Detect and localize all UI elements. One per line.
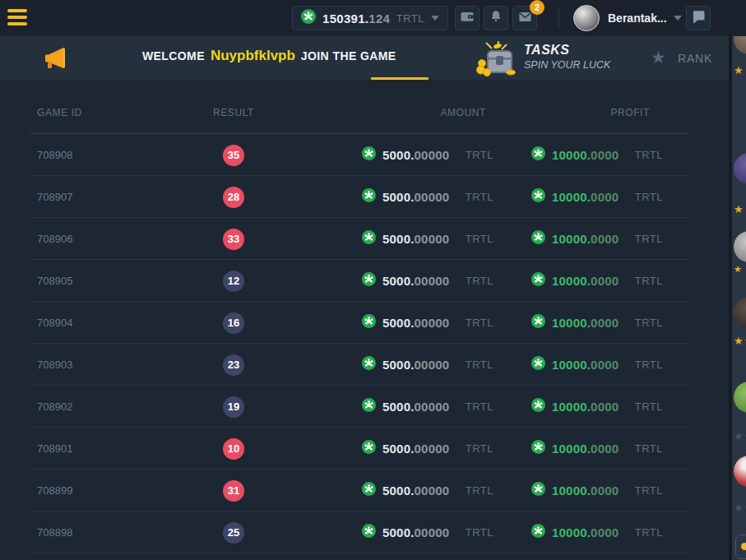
game-id-cell: 708905	[37, 275, 202, 287]
result-badge: 23	[223, 354, 244, 376]
coin-icon	[531, 482, 545, 499]
tasks-subtitle: SPIN YOUR LUCK	[524, 59, 610, 71]
coin-icon	[531, 146, 545, 164]
coin-icon	[531, 524, 545, 541]
table-row[interactable]: 708902 19 5000.00000 TRTL	[0, 386, 729, 428]
header-game-id: GAME ID	[37, 107, 202, 118]
coin-icon	[301, 9, 316, 27]
chat-avatar	[734, 456, 746, 487]
coin-icon	[362, 482, 376, 499]
table-row[interactable]: 708901 10 5000.00000 TRTL	[0, 428, 729, 470]
profit-value: 10000.0000	[552, 400, 619, 414]
amount-value: 5000.00000	[382, 190, 449, 204]
header-amount: AMOUNT	[362, 107, 493, 118]
rank-star-icon[interactable]: ★	[651, 48, 666, 67]
table-row[interactable]: 708906 33 5000.00000 TRTL	[0, 218, 729, 260]
game-id-cell: 708907	[37, 191, 202, 203]
game-id-cell: 708906	[37, 233, 202, 245]
wallet-button[interactable]	[455, 6, 480, 30]
username-label[interactable]: Berantak...	[608, 12, 667, 25]
user-avatar[interactable]	[573, 5, 600, 31]
bets-table-body: 708908 35 5000.00000 TRTL	[0, 134, 729, 553]
chat-sidebar-edge[interactable]	[732, 36, 746, 560]
topbar-divider	[558, 7, 559, 29]
result-badge: 10	[223, 438, 244, 460]
profit-value: 10000.0000	[552, 358, 619, 372]
welcome-username: Nuypbfklvpb	[211, 48, 295, 64]
amount-currency: TRTL	[466, 191, 493, 203]
welcome-suffix: JOIN THE GAME	[301, 49, 396, 62]
chat-rank-star-icon	[734, 65, 744, 76]
chat-avatar	[734, 297, 746, 328]
profit-currency: TRTL	[635, 526, 663, 539]
chat-input-edge[interactable]	[735, 535, 746, 559]
welcome-banner: WELCOME Nuypbfklvpb JOIN THE GAME	[0, 36, 729, 80]
profit-currency: TRTL	[635, 484, 663, 497]
amount-currency: TRTL	[466, 442, 493, 455]
profit-currency: TRTL	[635, 149, 663, 161]
table-row[interactable]: 708904 16 5000.00000 TRTL	[0, 302, 729, 344]
balance-selector[interactable]: 150391.124 TRTL	[292, 6, 448, 30]
table-row[interactable]: 708907 28 5000.00000 TRTL	[0, 176, 729, 218]
chest-icon[interactable]	[475, 40, 517, 80]
table-row[interactable]: 708903 23 5000.00000 TRTL	[0, 344, 729, 386]
chat-rank-star-icon	[734, 502, 746, 513]
app-window: 150391.124 TRTL	[0, 0, 746, 560]
profit-currency: TRTL	[635, 275, 663, 287]
result-badge: 28	[223, 187, 244, 208]
chat-toggle-button[interactable]	[686, 6, 711, 30]
profit-value: 10000.0000	[552, 484, 619, 498]
amount-value: 5000.00000	[382, 400, 449, 414]
amount-currency: TRTL	[466, 526, 493, 539]
amount-value: 5000.00000	[382, 274, 449, 288]
tasks-link[interactable]: TASKS SPIN YOUR LUCK	[524, 43, 610, 71]
table-row[interactable]: 708898 25 5000.00000 TRTL	[0, 511, 729, 553]
balance-currency: TRTL	[396, 12, 424, 25]
coin-icon	[362, 146, 376, 164]
result-badge: 33	[223, 229, 244, 250]
coin-icon	[362, 272, 376, 289]
coin-icon	[531, 440, 545, 457]
coin-icon	[362, 314, 376, 331]
profit-currency: TRTL	[635, 400, 663, 413]
amount-value: 5000.00000	[382, 525, 449, 539]
balance-amount: 150391.124	[322, 12, 390, 25]
amount-value: 5000.00000	[382, 148, 449, 162]
amount-value: 5000.00000	[382, 316, 449, 330]
coin-icon	[531, 272, 545, 289]
amount-currency: TRTL	[466, 149, 493, 161]
chevron-down-icon	[431, 16, 439, 21]
table-header-row: GAME ID RESULT AMOUNT PROFIT	[0, 80, 729, 134]
profit-value: 10000.0000	[552, 148, 619, 162]
game-id-cell: 708901	[37, 442, 202, 455]
rank-link[interactable]: RANK	[678, 52, 712, 65]
chat-icon	[691, 9, 706, 27]
header-profit: PROFIT	[531, 107, 663, 118]
coin-icon	[362, 356, 376, 373]
header-result: RESULT	[202, 107, 266, 118]
chat-rank-star-icon	[734, 264, 742, 275]
game-id-cell: 708898	[37, 526, 202, 539]
bets-history-table: GAME ID RESULT AMOUNT PROFIT 708908 35	[0, 80, 729, 553]
coin-icon	[531, 398, 545, 415]
coin-icon	[531, 230, 545, 248]
table-row[interactable]: 708899 31 5000.00000 TRTL	[0, 470, 729, 511]
welcome-prefix: WELCOME	[142, 49, 205, 62]
table-row[interactable]: 708908 35 5000.00000 TRTL	[0, 134, 729, 176]
table-row[interactable]: 708905 12 5000.00000 TRTL	[0, 260, 729, 302]
result-badge: 25	[223, 522, 244, 544]
game-id-cell: 708902	[37, 400, 202, 413]
profit-value: 10000.0000	[552, 274, 619, 288]
menu-icon[interactable]	[7, 9, 29, 27]
amount-value: 5000.00000	[382, 358, 449, 372]
notifications-button[interactable]	[484, 6, 508, 30]
result-badge: 31	[223, 480, 244, 502]
game-id-cell: 708904	[37, 317, 202, 329]
result-badge: 16	[223, 312, 244, 334]
coin-icon	[531, 188, 545, 206]
chat-rank-star-icon	[734, 431, 746, 442]
chat-avatar	[734, 153, 746, 184]
amount-currency: TRTL	[466, 275, 493, 287]
profit-value: 10000.0000	[552, 525, 619, 539]
chevron-down-icon[interactable]	[674, 16, 682, 21]
